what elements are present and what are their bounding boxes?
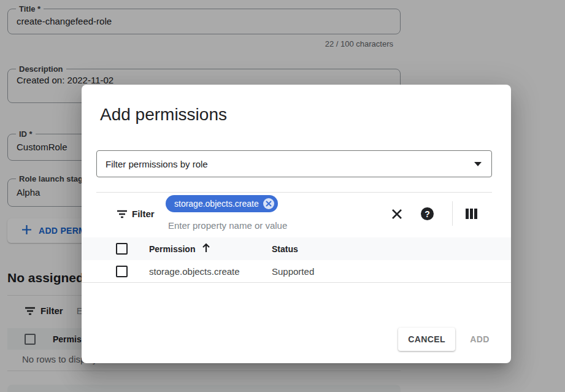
cancel-button[interactable]: CANCEL xyxy=(398,328,455,351)
dialog-table-header: Permission Status xyxy=(82,237,511,260)
role-filter-select[interactable]: Filter permissions by role xyxy=(96,150,492,177)
add-permissions-dialog: Add permissions Filter permissions by ro… xyxy=(82,85,511,363)
row-status: Supported xyxy=(272,266,314,277)
table-row[interactable]: storage.objects.create Supported xyxy=(82,260,511,283)
filter-chip-label: storage.objects.create xyxy=(174,199,259,209)
add-button[interactable]: ADD xyxy=(460,328,499,351)
clear-filter-icon[interactable] xyxy=(390,207,404,221)
divider xyxy=(452,201,453,226)
permission-column-header[interactable]: Permission xyxy=(149,242,211,255)
dropdown-arrow-icon xyxy=(474,162,482,166)
dialog-filter-bar[interactable]: Filter xyxy=(117,209,155,219)
filter-chip[interactable]: storage.objects.create xyxy=(166,195,278,212)
dialog-title: Add permissions xyxy=(100,105,227,125)
filter-icon xyxy=(117,210,128,218)
dialog-filter-input[interactable]: Enter property name or value xyxy=(168,220,287,231)
status-column-header[interactable]: Status xyxy=(272,244,298,254)
screen: Title * create-changefeed-role 22 / 100 … xyxy=(0,0,565,392)
divider xyxy=(96,192,492,193)
role-filter-select-value: Filter permissions by role xyxy=(106,159,208,169)
chip-remove-icon[interactable] xyxy=(263,198,274,209)
dialog-filter-label: Filter xyxy=(132,209,155,219)
select-all-checkbox[interactable] xyxy=(116,243,128,255)
column-display-icon[interactable] xyxy=(466,209,477,219)
help-icon[interactable]: ? xyxy=(421,207,434,220)
row-permission: storage.objects.create xyxy=(149,266,240,277)
sort-ascending-icon[interactable] xyxy=(201,242,211,255)
row-checkbox[interactable] xyxy=(116,266,128,277)
